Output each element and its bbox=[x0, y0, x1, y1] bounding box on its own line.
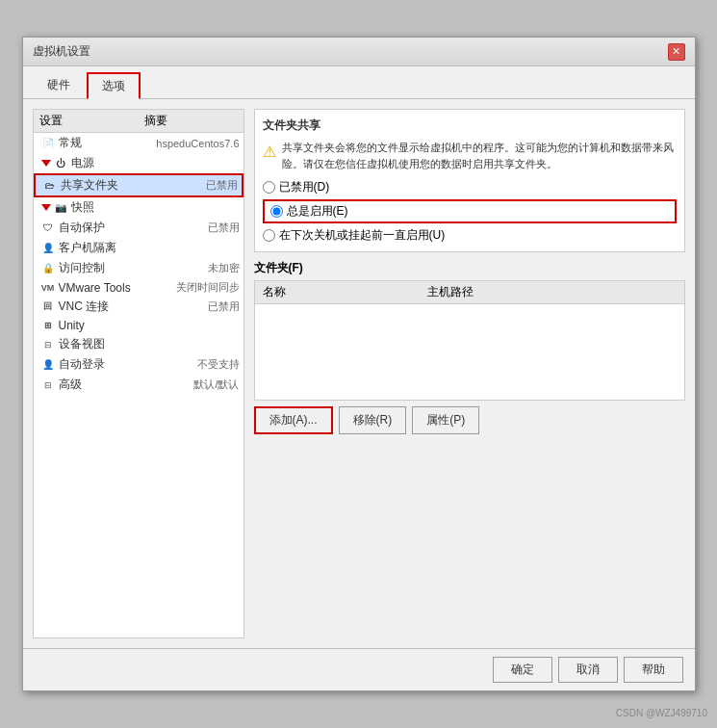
folder-table-body bbox=[254, 304, 684, 401]
tab-bar: 硬件 选项 bbox=[23, 66, 695, 99]
sidebar-item-access-control[interactable]: 🔒 访问控制 未加密 bbox=[34, 258, 243, 278]
title-bar: 虚拟机设置 ✕ bbox=[23, 38, 695, 66]
radio-always-row: 总是启用(E) bbox=[263, 199, 677, 223]
general-value: hspeduCentos7.6 bbox=[156, 138, 239, 149]
vnc-label: VNC 连接 bbox=[59, 299, 208, 315]
col-setting-header: 设置 bbox=[34, 112, 139, 130]
radio-always[interactable] bbox=[270, 205, 283, 218]
unity-icon: ⊞ bbox=[41, 319, 55, 332]
remove-button[interactable]: 移除(R) bbox=[339, 406, 407, 434]
radio-always-label: 总是启用(E) bbox=[287, 203, 348, 220]
warning-text: 共享文件夹会将您的文件显示给虚拟机中的程序。这可能为您的计算机和数据带来风险。请… bbox=[282, 140, 677, 171]
right-panel: 文件夹共享 ⚠ 共享文件夹会将您的文件显示给虚拟机中的程序。这可能为您的计算机和… bbox=[254, 109, 685, 638]
radio-disabled-label: 已禁用(D) bbox=[279, 179, 330, 195]
tab-hardware[interactable]: 硬件 bbox=[33, 72, 85, 98]
auto-login-value: 不受支持 bbox=[197, 357, 240, 372]
sidebar-item-power[interactable]: ⏻ 电源 bbox=[34, 153, 243, 173]
access-control-icon: 🔒 bbox=[41, 262, 55, 275]
folder-section-title: 文件夹(F) bbox=[254, 260, 685, 276]
radio-next-shutdown[interactable] bbox=[263, 229, 275, 242]
radio-disabled[interactable] bbox=[263, 181, 275, 194]
shared-folder-icon: 🗁 bbox=[43, 179, 57, 193]
close-button[interactable]: ✕ bbox=[668, 43, 685, 61]
advanced-value: 默认/默认 bbox=[193, 377, 239, 392]
col-summary-header: 摘要 bbox=[139, 112, 243, 130]
sidebar-item-device-view[interactable]: ⊟ 设备视图 bbox=[34, 334, 243, 354]
radio-next-shutdown-row: 在下次关机或挂起前一直启用(U) bbox=[263, 227, 677, 244]
shared-folder-label: 共享文件夹 bbox=[61, 177, 206, 194]
power-label: 电源 bbox=[71, 155, 240, 171]
folder-sharing-section: 文件夹共享 ⚠ 共享文件夹会将您的文件显示给虚拟机中的程序。这可能为您的计算机和… bbox=[254, 109, 685, 252]
shared-folder-value: 已禁用 bbox=[206, 178, 238, 193]
sidebar-item-guest-isolation[interactable]: 👤 客户机隔离 bbox=[34, 238, 243, 258]
folder-table: 名称 主机路径 bbox=[254, 280, 685, 401]
snapshot-icon: 📷 bbox=[54, 201, 67, 215]
folder-buttons: 添加(A)... 移除(R) 属性(P) bbox=[254, 406, 685, 434]
general-label: 常规 bbox=[59, 135, 157, 151]
vm-settings-dialog: 虚拟机设置 ✕ 硬件 选项 设置 摘要 📄 常规 hspeduCentos7.6… bbox=[22, 37, 696, 691]
sidebar-item-snapshot[interactable]: 📷 快照 bbox=[34, 197, 243, 218]
auto-protect-value: 已禁用 bbox=[208, 221, 240, 235]
properties-button[interactable]: 属性(P) bbox=[412, 406, 479, 434]
col-name-header: 名称 bbox=[254, 281, 420, 304]
ok-button[interactable]: 确定 bbox=[493, 657, 552, 683]
auto-protect-label: 自动保护 bbox=[59, 220, 208, 236]
auto-login-icon: 👤 bbox=[41, 358, 55, 372]
sidebar-item-advanced[interactable]: ⊟ 高级 默认/默认 bbox=[34, 375, 243, 395]
device-view-label: 设备视图 bbox=[59, 336, 240, 352]
cancel-button[interactable]: 取消 bbox=[558, 657, 618, 683]
dialog-title: 虚拟机设置 bbox=[33, 43, 90, 60]
sidebar-item-shared-folder[interactable]: 🗁 共享文件夹 已禁用 bbox=[34, 173, 243, 197]
radio-disabled-row: 已禁用(D) bbox=[263, 179, 677, 195]
access-control-value: 未加密 bbox=[208, 261, 240, 275]
sidebar-item-auto-protect[interactable]: 🛡 自动保护 已禁用 bbox=[34, 218, 243, 238]
auto-login-label: 自动登录 bbox=[59, 356, 197, 373]
sidebar-item-vmware-tools[interactable]: VM VMware Tools 关闭时间同步 bbox=[34, 278, 243, 297]
vmware-tools-icon: VM bbox=[41, 281, 55, 295]
main-content: 设置 摘要 📄 常规 hspeduCentos7.6 ⏻ 电源 🗁 共享文件夹 … bbox=[23, 99, 695, 648]
unity-label: Unity bbox=[59, 319, 240, 332]
advanced-label: 高级 bbox=[59, 377, 194, 393]
tab-options[interactable]: 选项 bbox=[87, 72, 141, 99]
warning-box: ⚠ 共享文件夹会将您的文件显示给虚拟机中的程序。这可能为您的计算机和数据带来风险… bbox=[263, 140, 677, 171]
sidebar-item-general[interactable]: 📄 常规 hspeduCentos7.6 bbox=[34, 133, 243, 153]
guest-isolation-label: 客户机隔离 bbox=[59, 240, 240, 256]
watermark: CSDN @WZJ499710 bbox=[616, 708, 707, 718]
snapshot-arrow-icon bbox=[41, 204, 51, 211]
snapshot-label: 快照 bbox=[71, 199, 240, 216]
folder-section: 文件夹(F) 名称 主机路径 添加(A)... bbox=[254, 260, 685, 638]
vmware-tools-value: 关闭时间同步 bbox=[176, 280, 240, 295]
general-icon: 📄 bbox=[41, 137, 55, 150]
col-host-path-header: 主机路径 bbox=[420, 281, 684, 304]
vnc-icon: 回 bbox=[41, 300, 55, 314]
warning-icon: ⚠ bbox=[263, 141, 276, 171]
settings-list: 设置 摘要 📄 常规 hspeduCentos7.6 ⏻ 电源 🗁 共享文件夹 … bbox=[33, 109, 244, 638]
vnc-value: 已禁用 bbox=[208, 299, 240, 314]
vmware-tools-label: VMware Tools bbox=[59, 281, 176, 295]
radio-next-shutdown-label: 在下次关机或挂起前一直启用(U) bbox=[279, 227, 446, 244]
guest-isolation-icon: 👤 bbox=[41, 242, 55, 255]
auto-protect-icon: 🛡 bbox=[41, 221, 55, 235]
sharing-mode-group: 已禁用(D) 总是启用(E) 在下次关机或挂起前一直启用(U) bbox=[263, 179, 677, 244]
advanced-icon: ⊟ bbox=[41, 378, 55, 392]
power-icon: ⏻ bbox=[54, 157, 67, 170]
sidebar-item-auto-login[interactable]: 👤 自动登录 不受支持 bbox=[34, 354, 243, 375]
device-view-icon: ⊟ bbox=[41, 338, 55, 351]
bottom-bar: 确定 取消 帮助 bbox=[23, 648, 695, 690]
power-arrow-icon bbox=[41, 160, 51, 167]
add-button[interactable]: 添加(A)... bbox=[254, 406, 333, 434]
help-button[interactable]: 帮助 bbox=[624, 657, 683, 683]
folder-sharing-title: 文件夹共享 bbox=[263, 117, 677, 134]
access-control-label: 访问控制 bbox=[59, 260, 208, 276]
list-header: 设置 摘要 bbox=[34, 110, 243, 133]
sidebar-item-vnc[interactable]: 回 VNC 连接 已禁用 bbox=[34, 297, 243, 317]
sidebar-item-unity[interactable]: ⊞ Unity bbox=[34, 317, 243, 334]
